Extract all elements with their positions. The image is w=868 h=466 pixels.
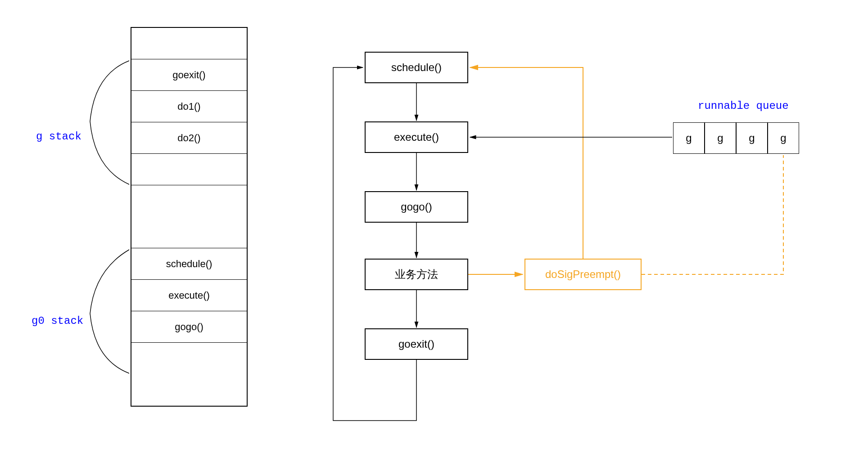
dosigpreempt-box: doSigPreempt() (524, 259, 642, 290)
stack-row (131, 154, 247, 185)
runnable-queue-label: runnable queue (698, 100, 789, 112)
stack-row: do1() (131, 91, 247, 122)
queue-cell: g (736, 122, 768, 154)
stack-row (131, 185, 247, 248)
stack-row: goexit() (131, 59, 247, 91)
stack-row: schedule() (131, 248, 247, 280)
stack-row (131, 28, 247, 59)
schedule-box: schedule() (365, 52, 468, 83)
gogo-box: gogo() (365, 191, 468, 223)
stack-row: do2() (131, 122, 247, 154)
stack-row: gogo() (131, 311, 247, 343)
g-stack-label: g stack (36, 130, 81, 143)
queue-cell: g (673, 122, 705, 154)
business-box: 业务方法 (365, 259, 468, 290)
queue-cell: g (768, 122, 799, 154)
stack-table: goexit() do1() do2() schedule() execute(… (131, 27, 248, 407)
runnable-queue: g g g g (673, 122, 799, 154)
execute-box: execute() (365, 121, 468, 153)
stack-row: execute() (131, 280, 247, 311)
stack-row (131, 343, 247, 406)
g0-stack-label: g0 stack (32, 315, 83, 327)
queue-cell: g (705, 122, 736, 154)
goexit-box: goexit() (365, 328, 468, 360)
